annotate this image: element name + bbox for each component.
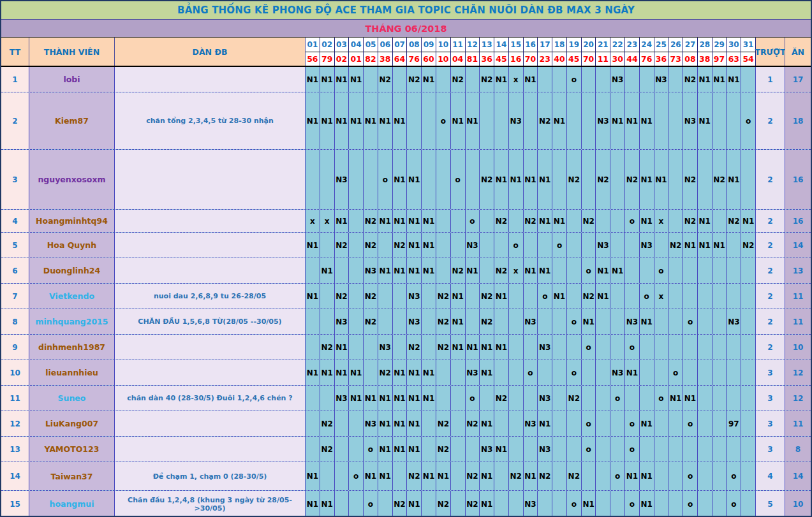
day-header: 0156 — [306, 38, 320, 66]
day-cell — [610, 150, 625, 209]
day-cell — [596, 437, 610, 462]
day-cell: N2 — [436, 437, 451, 462]
day-cell — [349, 210, 364, 232]
day-cell — [625, 233, 640, 258]
day-cell: N3 — [466, 233, 480, 258]
day-cell — [654, 335, 669, 360]
day-cell: N1 — [335, 92, 350, 149]
tt-cell: 10 — [1, 360, 29, 385]
day-cell: N1 — [466, 335, 480, 360]
day-header: 2997 — [712, 38, 727, 66]
day-cell — [393, 309, 408, 334]
day-cell — [596, 386, 610, 411]
day-cell — [466, 150, 480, 209]
day-cell — [741, 411, 756, 436]
day-cell: N1 — [422, 386, 436, 411]
month-subtitle: THÁNG 06/2018 — [1, 20, 811, 38]
day-cell: N1 — [524, 67, 538, 92]
day-cell: o — [683, 491, 698, 517]
day-cell: x — [509, 67, 524, 92]
day-cell — [625, 386, 640, 411]
day-result-value: 44 — [625, 52, 639, 66]
an-cell: 11 — [785, 411, 811, 436]
day-header: 2344 — [625, 38, 640, 66]
day-cell — [364, 67, 378, 92]
day-cell — [567, 411, 582, 436]
day-cell: N2 — [364, 233, 378, 258]
day-header: 1336 — [480, 38, 494, 66]
day-number: 16 — [524, 38, 538, 52]
day-cell — [741, 462, 756, 490]
day-cell: N3 — [683, 92, 698, 149]
day-number: 29 — [712, 38, 727, 52]
day-cell: N1 — [625, 92, 640, 149]
day-number: 10 — [436, 38, 450, 52]
day-cell: N2 — [567, 462, 582, 490]
day-cell — [393, 462, 408, 490]
note-cell — [115, 335, 306, 360]
day-cell: N2 — [538, 92, 552, 149]
day-cell: o — [683, 462, 698, 490]
day-cell: o — [538, 284, 552, 309]
day-cell — [451, 462, 466, 490]
day-cell — [698, 491, 712, 517]
an-cell: 12 — [785, 360, 811, 385]
day-cell: N2 — [407, 67, 422, 92]
day-cell: x — [320, 210, 335, 232]
day-cell: o — [610, 386, 625, 411]
table-row: 2Kiem87chăn tổng 2,3,4,5 từ 28-30 nhậnN1… — [1, 92, 811, 150]
day-result-value: 81 — [466, 52, 480, 66]
member-cell: Duonglinh24 — [29, 258, 115, 283]
day-cell — [582, 233, 596, 258]
day-cell: N1 — [349, 386, 364, 411]
day-cell: N1 — [364, 386, 378, 411]
day-cell: N3 — [364, 411, 378, 436]
day-cell — [567, 335, 582, 360]
day-cell — [364, 360, 378, 385]
day-result-value: 60 — [422, 52, 436, 66]
an-cell: 8 — [785, 437, 811, 462]
day-header: 2070 — [582, 38, 596, 66]
day-cell: N1 — [364, 92, 378, 149]
day-cell — [741, 386, 756, 411]
member-cell: nguyenxosoxm — [29, 150, 115, 209]
day-cell: N1 — [393, 437, 408, 462]
day-cell: N2 — [509, 462, 524, 490]
day-result-value: 70 — [582, 52, 596, 66]
day-cell — [698, 309, 712, 334]
day-cell — [640, 335, 654, 360]
day-cell: N2 — [625, 150, 640, 209]
day-cell: x — [654, 284, 669, 309]
day-header: 0401 — [349, 38, 364, 66]
day-cell — [509, 411, 524, 436]
day-cell: N1 — [306, 92, 320, 149]
day-cell — [712, 462, 727, 490]
day-cell — [451, 210, 466, 232]
day-cell: N1 — [509, 150, 524, 209]
day-cell — [712, 437, 727, 462]
an-cell: 11 — [785, 284, 811, 309]
day-cell — [538, 360, 552, 385]
day-cell: N2 — [451, 258, 466, 283]
table-row: 7Vietkendonuoi dau 2,6,8,9 tu 26-28/05N1… — [1, 284, 811, 309]
day-cell — [741, 360, 756, 385]
day-cell: N1 — [378, 386, 393, 411]
note-cell: Chăn đầu 1,2,4,8 (khung 3 ngày từ 28/05-… — [115, 491, 306, 517]
day-cell — [349, 491, 364, 517]
day-cell: o — [625, 491, 640, 517]
day-cell — [378, 491, 393, 517]
day-cell: o — [625, 437, 640, 462]
day-cell — [668, 210, 683, 232]
day-cell — [451, 411, 466, 436]
day-cell: o — [378, 150, 393, 209]
day-cell — [552, 150, 567, 209]
day-cell — [552, 258, 567, 283]
day-cell — [741, 258, 756, 283]
day-cell — [422, 150, 436, 209]
day-cell — [727, 284, 741, 309]
day-cell — [668, 92, 683, 149]
day-cell: o — [654, 386, 669, 411]
day-cell: N2 — [683, 210, 698, 232]
day-cell: o — [364, 491, 378, 517]
table-row: 1lobiN1N1N1N1N2N2N1N2N2N1xN1oN3N3N2N1N1N… — [1, 67, 811, 92]
